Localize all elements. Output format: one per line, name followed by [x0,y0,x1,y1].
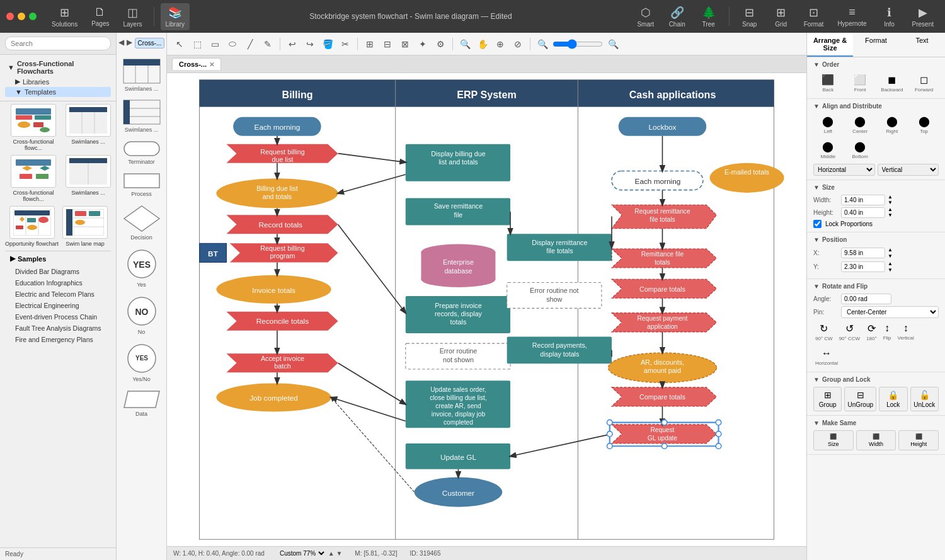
table-tool-btn[interactable]: ⊠ [398,37,413,52]
zoom-stepper-up[interactable]: ▲ [328,550,335,557]
billing-due-list2[interactable]: and totals [263,193,292,200]
template-swimlanes-1[interactable]: Swimlanes ... [66,104,111,151]
group-btn[interactable]: ⊞ Group [813,387,842,411]
flip-btn[interactable]: ↕ Flip [881,321,893,343]
rotate-90ccw-btn[interactable]: ↺ 90° CCW [837,321,862,343]
minimize-window-btn[interactable] [18,13,25,20]
info-btn[interactable]: ℹ Info [876,3,903,30]
rect-tool-btn[interactable]: ▭ [207,37,222,52]
area-select-btn[interactable]: ⬚ [190,37,205,52]
align-middle-btn[interactable]: ⬤ Middle [813,139,843,161]
make-same-size-btn[interactable]: ⬛ Size [813,430,854,450]
billing-request-prog[interactable]: Request billing [260,244,304,252]
unlock-btn[interactable]: 🔓 UnLock [910,387,939,411]
tree-btn[interactable]: 🌲 Tree [695,3,723,30]
lock-proportions-checkbox[interactable] [813,220,822,228]
x-input[interactable] [841,248,885,258]
shape-swimlanes-2[interactable]: Swimlanes ... [123,100,161,133]
erp-customer[interactable]: Customer [442,489,474,498]
width-input[interactable] [841,195,885,205]
shape-process[interactable]: Process [123,173,161,197]
back-btn[interactable]: ⬛ Back [813,72,843,94]
shape-swimlanes-1[interactable]: Swimlanes ... [123,59,161,92]
cash-req-gl2[interactable]: GL update [648,435,678,442]
rotate-90cw-btn[interactable]: ↻ 90° CW [813,321,835,343]
flip-horizontal-btn[interactable]: ↔ Horizontal [813,346,840,368]
y-down-btn[interactable]: ▼ [888,267,893,273]
pan-btn[interactable]: ✋ [475,37,490,52]
cash-ar[interactable]: AR, discounts, [641,358,684,366]
align-center-btn[interactable]: ⬤ Center [845,113,875,136]
shape-yesno[interactable]: YES Yes/No [126,343,158,382]
sample-divided-bar[interactable]: Divided Bar Diagrams [5,266,111,277]
cash-req-pay2[interactable]: application [647,323,678,330]
billing-accept2[interactable]: batch [274,362,290,370]
canvas-tab-cross[interactable]: Cross-... ✕ [172,58,221,70]
search-input[interactable] [5,37,111,50]
cash-req-rem2[interactable]: file totals [650,216,675,223]
solutions-btn[interactable]: ⊞ Solutions [47,3,83,30]
library-btn[interactable]: 📚 Library [161,3,190,30]
shape-decision[interactable]: Decision [123,205,161,241]
cash-emailed[interactable]: E-mailed totals [724,168,769,176]
tab-arrange-size[interactable]: Arrange & Size [807,33,853,57]
cash-display-rem2[interactable]: file totals [546,247,573,254]
front-btn[interactable]: ⬜ Front [845,72,875,94]
align-bottom-btn[interactable]: ⬤ Bottom [845,139,875,161]
template-opportunity[interactable]: Opportunity flowchart [5,206,59,247]
lock-btn[interactable]: 🔒 Lock [879,387,907,411]
flip-vertical-btn[interactable]: ↕ Vertical [896,321,916,343]
erp-update3[interactable]: create AR, send [435,403,481,409]
billing-accept[interactable]: Accept invoice [261,355,304,362]
erp-prepare3[interactable]: totals [450,318,467,326]
eraser-btn[interactable]: ⚙ [433,37,448,52]
connect-tool-btn[interactable]: ⊞ [362,37,377,52]
billing-record-totals[interactable]: Record totals [259,220,303,229]
redo-btn[interactable]: ↪ [302,37,318,52]
cash-lockbox[interactable]: Lockbox [648,123,676,132]
y-input[interactable] [841,261,885,272]
angle-input[interactable] [841,294,891,304]
erp-update2[interactable]: close billing due list, [430,394,487,401]
shape-yes[interactable]: YES Yes [126,248,158,288]
tab-text[interactable]: Text [899,33,945,57]
shape-data[interactable]: Data [123,390,161,417]
cash-record-pay2[interactable]: display totals [540,350,579,358]
align-left-btn[interactable]: ⬤ Left [813,113,843,136]
cash-req-rem[interactable]: Request remittance [634,208,690,215]
erp-update-gl[interactable]: Update GL [440,453,476,462]
tab-format[interactable]: Format [853,33,899,57]
canvas[interactable]: Billing ERP System Cash applications Eac… [167,73,806,546]
zoom-in-btn[interactable]: 🔍 [457,37,472,52]
rotate-180-btn[interactable]: ⟳ 180° [864,321,879,343]
sample-event-driven[interactable]: Event-driven Process Chain [5,311,111,323]
height-down-btn[interactable]: ▼ [888,213,893,218]
erp-update5[interactable]: completed [444,419,473,426]
lasso-btn[interactable]: ⊕ [493,37,508,52]
make-same-height-btn[interactable]: ⬛ Height [898,430,939,450]
backward-btn[interactable]: ◼ Backward [878,72,907,94]
zoom-out-small-btn[interactable]: 🔍 [535,37,550,52]
cash-ar2[interactable]: amount paid [644,367,681,374]
zoom-in-large-btn[interactable]: 🔍 [605,37,621,52]
tree-templates[interactable]: ▼ Templates [5,87,111,97]
billing-request2[interactable]: due list [272,156,294,163]
sample-electrical[interactable]: Electrical Engineering [5,300,111,311]
align-right-btn[interactable]: ⬤ Right [878,113,907,136]
make-same-width-btn[interactable]: ⬛ Width [856,430,896,450]
erp-display[interactable]: Display billing due [431,150,485,157]
cash-rem-totals[interactable]: Remittance file [641,251,684,258]
erp-update4[interactable]: invoice, display job [432,411,486,418]
align-top-btn[interactable]: ⬤ Top [909,113,939,136]
shape-no[interactable]: NO No [126,295,158,335]
billing-job-completed[interactable]: Job completed [249,394,298,403]
height-input[interactable] [841,207,885,218]
tree-cross-functional[interactable]: ▼ Cross-Functional Flowcharts [5,59,111,76]
snap-btn[interactable]: ⊟ Snap [736,3,764,30]
tab-close-icon[interactable]: ✕ [209,61,214,68]
template-cross-functional-1[interactable]: Cross-functional flowc... [5,104,62,151]
line-tool-btn[interactable]: ╱ [243,37,258,52]
hypernote-btn[interactable]: ≡ Hypernote [832,3,871,30]
shape-terminator[interactable]: Terminator [123,140,161,165]
width-up-btn[interactable]: ▲ [888,195,893,200]
